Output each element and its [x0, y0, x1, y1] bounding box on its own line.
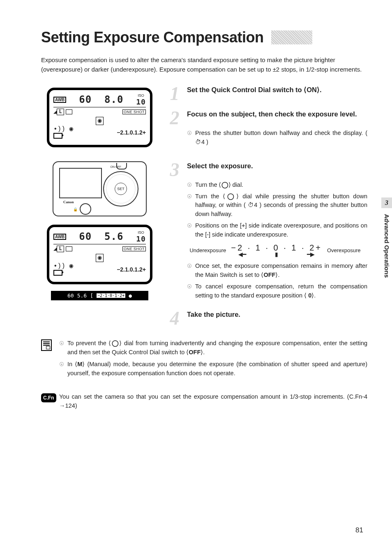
l-indicator: L — [57, 109, 64, 115]
step-number-3: 3 — [166, 161, 183, 178]
vf-scale: −2·1·0·1·2+ — [97, 293, 125, 298]
page-title: Setting Exposure Compensation — [41, 29, 264, 46]
page-number: 81 — [355, 526, 363, 534]
set-button: SET — [115, 183, 127, 195]
bullet-icon — [187, 262, 192, 280]
beep-icon — [53, 125, 65, 133]
section-number: 3 — [381, 197, 392, 208]
iso-label: ISO — [138, 93, 144, 98]
bullet-icon — [187, 221, 192, 239]
note-2: In ⟨M⟩ (Manual) mode, because you determ… — [67, 360, 367, 378]
text: Turn the ⟨ — [195, 193, 225, 200]
text: ⟩. — [201, 349, 205, 355]
exposure-diagram: Underexposure −2 · 1 · 0 · 1 · 2+ ◀━▮━▶ … — [183, 243, 367, 258]
bullet-icon — [187, 282, 192, 300]
text: In ⟨ — [67, 361, 77, 367]
iso-value: 10 — [136, 98, 146, 106]
bullet-icon — [187, 192, 192, 219]
text: Turn the ⟨ — [195, 181, 221, 188]
text: ⟩ dial. — [228, 181, 244, 188]
viewfinder-strip: 60 5.6 [ −2·1·0·1·2+ ● — [51, 291, 148, 300]
meter-mode-icon: ◉ — [96, 254, 104, 262]
triangle-icon — [53, 245, 57, 253]
one-shot-indicator: ONE SHOT — [122, 246, 146, 251]
separator — [41, 156, 367, 157]
note-icon — [41, 339, 52, 351]
step-1-title: Set the Quick Control Dial switch to ⟨ON… — [187, 85, 322, 95]
aperture-value: 5.6 — [104, 231, 123, 242]
step-3-bullet-4: Once set, the exposure compensation rema… — [195, 262, 367, 280]
title-texture — [271, 30, 312, 44]
lcd-panel-2: AWB 60 5.6 ISO 10 L ONE SHOT ◉ — [47, 225, 152, 284]
meter-mode-icon: ◉ — [96, 117, 104, 125]
aperture-value: 8.0 — [104, 94, 123, 105]
step-2-title: Focus on the subject, then check the exp… — [187, 109, 357, 119]
step-number-1: 1 — [166, 85, 183, 102]
bullet-icon — [59, 339, 64, 357]
text: Set the Quick Control Dial switch to — [187, 86, 304, 93]
step-number-4: 4 — [166, 310, 183, 327]
separator — [41, 305, 367, 306]
vf-bracket: [ — [90, 293, 93, 299]
battery-icon — [53, 270, 62, 276]
vf-shutter: 60 — [67, 293, 74, 299]
l-indicator: L — [57, 246, 64, 252]
step-3-bullet-5: To cancel exposure compensation, return … — [195, 282, 367, 300]
cfn-badge: C.Fn — [41, 393, 56, 403]
underexposure-label: Underexposure — [189, 247, 226, 253]
one-shot-indicator: ONE SHOT — [122, 109, 146, 114]
eye-icon — [69, 125, 73, 133]
dial-icon — [221, 181, 228, 188]
cfn-text: You can set the camera so that you can s… — [59, 392, 367, 411]
shutter-value: 60 — [79, 231, 92, 242]
bullet-icon — [187, 181, 192, 190]
beep-icon — [53, 262, 65, 270]
small-icon: 🔒 — [73, 207, 78, 211]
triangle-icon — [53, 108, 57, 116]
step-3-bullet-2: Turn the ⟨⟩ dial while pressing the shut… — [195, 192, 367, 219]
vf-aperture: 5.6 — [77, 293, 87, 299]
card-icon — [66, 109, 72, 114]
off-label: OFF — [189, 349, 201, 355]
exposure-scale: −2.1.0.1.2+ — [117, 266, 146, 273]
shutter-value: 60 — [79, 94, 92, 105]
awb-indicator: AWB — [53, 234, 66, 240]
sub-dial — [80, 203, 91, 215]
step-number-2: 2 — [166, 109, 183, 126]
text: ⟩. — [311, 292, 316, 299]
step-3-bullet-1: Turn the ⟨⟩ dial. — [195, 181, 243, 190]
lcd-panel-1: AWB 60 8.0 ISO 10 L ONE SHOT ◉ — [47, 88, 152, 147]
canon-logo: Canon — [63, 200, 74, 204]
separator — [41, 80, 367, 81]
note-1: To prevent the ⟨⟩ dial from turning inad… — [67, 339, 367, 357]
note-block: To prevent the ⟨⟩ dial from turning inad… — [41, 339, 367, 381]
on-off-label: ON OFF — [111, 165, 121, 168]
card-icon — [66, 246, 72, 251]
camera-back-illustration: ON OFF SET Canon 🔒 — [53, 161, 147, 216]
section-label: Advanced Operations — [383, 214, 390, 278]
separator — [166, 104, 367, 105]
off-label: OFF — [263, 272, 275, 278]
quick-control-dial: SET — [103, 171, 138, 207]
iso-value: 10 — [136, 235, 146, 243]
overexposure-label: Overexposure — [327, 247, 361, 253]
bullet-icon — [187, 129, 192, 147]
step-4-title: Take the picture. — [187, 310, 240, 319]
text: To cancel exposure compensation, return … — [195, 283, 367, 299]
on-label: ON — [307, 86, 317, 93]
exposure-scale: −2.1.0.1.2+ — [117, 129, 146, 136]
step-3-bullet-3: Positions on the [+] side indicate overe… — [195, 221, 367, 239]
intro-paragraph: Exposure compensation is used to alter t… — [41, 55, 367, 74]
step-3-title: Select the exposure. — [187, 161, 253, 171]
eye-icon — [69, 262, 73, 270]
camera-screen — [59, 168, 102, 198]
dial-icon — [111, 340, 119, 346]
bullet-icon — [59, 360, 64, 378]
dial-icon — [225, 193, 236, 200]
m-label: M — [77, 361, 82, 367]
text: ⟩ (Manual) mode, because you determine t… — [67, 361, 367, 376]
step-2-bullet: Press the shutter button down halfway an… — [195, 129, 367, 147]
exposure-scale-diagram: −2 · 1 · 0 · 1 · 2+ — [231, 243, 322, 253]
text: To prevent the ⟨ — [67, 340, 111, 346]
cfn-block: C.Fn You can set the camera so that you … — [41, 392, 367, 411]
